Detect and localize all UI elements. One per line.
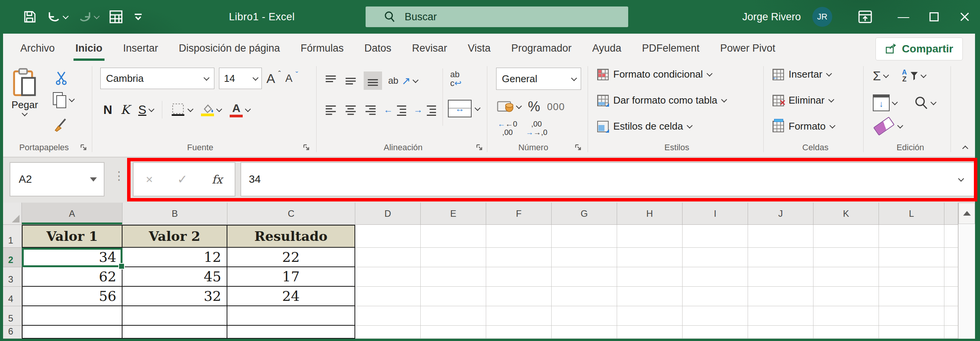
fill-color-button[interactable] — [201, 104, 221, 116]
font-dialog-launcher-icon[interactable] — [302, 143, 311, 152]
font-color-dropdown-icon[interactable] — [245, 106, 251, 112]
accounting-dropdown-icon[interactable] — [516, 103, 522, 109]
cell-A1[interactable]: Valor 1 — [22, 225, 122, 248]
decrease-font-size-button[interactable]: Aˇ — [285, 72, 298, 84]
row-header-1[interactable]: 1 — [0, 225, 22, 248]
cell-L1[interactable] — [879, 225, 944, 248]
tab-archivo[interactable]: Archivo — [10, 34, 65, 63]
cell-F2[interactable] — [486, 248, 552, 267]
cell-H5[interactable] — [617, 306, 683, 326]
italic-button[interactable]: K — [121, 102, 130, 117]
cell-A5[interactable] — [22, 306, 122, 326]
vertical-scrollbar[interactable] — [958, 203, 975, 339]
delete-cells-button[interactable]: × Eliminar — [773, 94, 833, 106]
orientation-dropdown-icon[interactable] — [413, 77, 419, 83]
fill-button[interactable]: ↓ — [873, 94, 897, 111]
column-header-J[interactable]: J — [748, 203, 813, 225]
cell-E6[interactable] — [421, 326, 486, 339]
underline-dropdown-icon[interactable] — [149, 106, 155, 112]
clear-button[interactable] — [874, 121, 902, 131]
paste-button[interactable]: Pegar — [11, 68, 38, 115]
column-header-G[interactable]: G — [552, 203, 617, 225]
format-cells-button[interactable]: Formato — [773, 120, 835, 132]
cell-A6[interactable] — [22, 326, 122, 339]
fill-dropdown-icon[interactable] — [892, 99, 898, 105]
cell-B6[interactable] — [122, 326, 227, 339]
undo-dropdown-icon[interactable] — [63, 13, 69, 19]
cell-styles-button[interactable]: Estilos de celda — [597, 120, 692, 132]
cell-extra-1[interactable] — [944, 225, 958, 248]
tab-inicio[interactable]: Inicio — [65, 34, 113, 63]
cell-G3[interactable] — [552, 267, 617, 287]
collapse-ribbon-icon[interactable] — [962, 146, 969, 152]
cell-B2[interactable]: 12 — [122, 248, 227, 267]
delete-dropdown-icon[interactable] — [828, 97, 835, 103]
copy-button[interactable] — [53, 92, 74, 107]
name-box[interactable]: A2 — [10, 162, 105, 196]
underline-button[interactable]: S — [138, 103, 154, 117]
align-middle-button[interactable] — [344, 74, 358, 88]
cell-B4[interactable]: 32 — [122, 287, 227, 306]
cell-extra-6[interactable] — [944, 326, 958, 339]
ribbon-display-options-icon[interactable] — [858, 9, 873, 24]
format-dropdown-icon[interactable] — [830, 123, 836, 129]
fill-color-dropdown-icon[interactable] — [216, 106, 222, 112]
cell-D2[interactable] — [355, 248, 421, 267]
customize-qat-icon[interactable] — [133, 13, 143, 21]
cell-K2[interactable] — [813, 248, 879, 267]
increase-decimal-button[interactable]: ←←0 ,00 — [498, 120, 517, 136]
cell-extra-5[interactable] — [944, 306, 958, 326]
copy-dropdown-icon[interactable] — [69, 96, 75, 102]
tab-datos[interactable]: Datos — [354, 34, 402, 63]
expand-formula-bar-icon[interactable] — [958, 175, 964, 182]
format-as-table-dropdown-icon[interactable] — [721, 97, 727, 103]
autosum-button[interactable]: Σ — [873, 68, 888, 83]
cell-F1[interactable] — [486, 225, 552, 248]
cell-I5[interactable] — [683, 306, 748, 326]
cell-J5[interactable] — [748, 306, 813, 326]
cell-L2[interactable] — [879, 248, 944, 267]
cell-G4[interactable] — [552, 287, 617, 306]
font-size-select[interactable]: 14 — [219, 68, 262, 89]
cell-F5[interactable] — [486, 306, 552, 326]
cell-J4[interactable] — [748, 287, 813, 306]
cell-D6[interactable] — [355, 326, 421, 339]
autosum-dropdown-icon[interactable] — [883, 72, 889, 78]
cell-J2[interactable] — [748, 248, 813, 267]
confirm-entry-icon[interactable]: ✓ — [177, 172, 188, 187]
tab-programador[interactable]: Programador — [501, 34, 582, 63]
cell-G5[interactable] — [552, 306, 617, 326]
align-center-button[interactable] — [344, 103, 358, 117]
cancel-entry-icon[interactable]: × — [146, 172, 153, 187]
cell-F4[interactable] — [486, 287, 552, 306]
cell-B5[interactable] — [122, 306, 227, 326]
sort-filter-button[interactable]: A Z — [902, 69, 926, 82]
paste-dropdown-icon[interactable] — [22, 110, 28, 117]
orientation-button[interactable]: ab ↗ — [388, 75, 418, 87]
align-left-button[interactable] — [324, 103, 338, 117]
column-header-C[interactable]: C — [227, 203, 355, 225]
conditional-formatting-dropdown-icon[interactable] — [707, 71, 713, 77]
number-format-select[interactable]: General — [496, 68, 581, 90]
formula-input[interactable]: 34 — [240, 162, 975, 196]
column-header-A[interactable]: A — [22, 203, 122, 225]
comma-style-button[interactable]: 000 — [547, 101, 565, 113]
cell-H6[interactable] — [617, 326, 683, 339]
percent-style-button[interactable]: % — [528, 99, 540, 115]
cell-C6[interactable] — [227, 326, 355, 339]
row-header-5[interactable]: 5 — [0, 306, 22, 326]
tab-disposici-n-de-p-gina[interactable]: Disposición de página — [168, 34, 290, 63]
avatar[interactable]: JR — [812, 7, 832, 27]
increase-indent-button[interactable]: → — [413, 103, 437, 117]
cell-J1[interactable] — [748, 225, 813, 248]
name-box-dropdown-icon[interactable] — [90, 177, 97, 182]
cell-C3[interactable]: 17 — [227, 267, 355, 287]
cell-E5[interactable] — [421, 306, 486, 326]
number-dialog-launcher-icon[interactable] — [574, 143, 583, 152]
cell-H2[interactable] — [617, 248, 683, 267]
cell-C1[interactable]: Resultado — [227, 225, 355, 248]
cell-A3[interactable]: 62 — [22, 267, 122, 287]
tab-ayuda[interactable]: Ayuda — [582, 34, 632, 63]
align-bottom-button-selected[interactable] — [364, 71, 382, 90]
cell-I3[interactable] — [683, 267, 748, 287]
